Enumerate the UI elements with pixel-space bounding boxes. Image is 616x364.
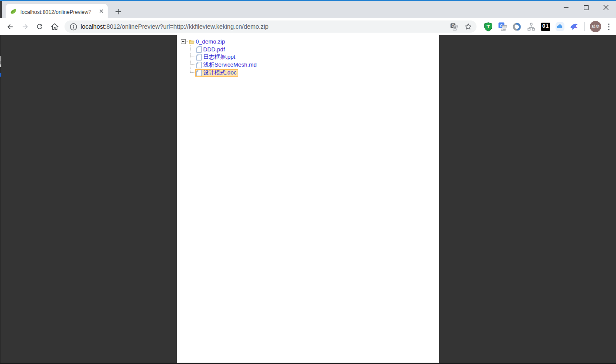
binary-badge-extension-icon[interactable]: 01 <box>541 22 550 31</box>
window-accent-border <box>0 0 616 1</box>
tree-file-row: DDD.pdf <box>190 45 258 53</box>
tab-close-icon[interactable] <box>97 7 105 15</box>
tree-node-label: 0_demo.zip <box>196 38 225 45</box>
bookmark-star-icon[interactable] <box>464 23 472 30</box>
zip-preview-panel: 0_demo.zip DDD.pdf <box>177 35 439 363</box>
cloud-extension-icon[interactable] <box>555 22 565 31</box>
window-edge-sliver <box>0 0 2 18</box>
tree-node-label: DDD.pdf <box>203 46 225 53</box>
browser-window: localhost:8012/onlinePreview? <box>0 0 616 364</box>
new-tab-button[interactable] <box>112 6 124 17</box>
file-icon <box>196 54 202 61</box>
proxy-circle-extension-icon[interactable] <box>512 22 521 31</box>
tab-localhost[interactable]: localhost:8012/onlinePreview? <box>6 4 108 18</box>
translate-extension-icon[interactable]: G <box>498 22 507 31</box>
background-artifact <box>0 61 1 64</box>
url-path: :8012/onlinePreview?url=http://kkfilevie… <box>105 23 268 30</box>
tree-node-file[interactable]: 日志框架.ppt <box>195 54 237 61</box>
svg-text:T: T <box>487 24 490 29</box>
tab-title: localhost:8012/onlinePreview? <box>20 8 96 15</box>
forward-button[interactable] <box>18 20 31 33</box>
browser-toolbar: localhost:8012/onlinePreview?url=http://… <box>0 18 616 35</box>
shield-extension-icon[interactable]: T <box>483 22 493 31</box>
tree-node-root[interactable]: 0_demo.zip <box>188 38 226 45</box>
bird-extension-icon[interactable] <box>570 22 579 31</box>
tab-strip: localhost:8012/onlinePreview? <box>0 0 616 18</box>
minimize-button[interactable] <box>556 0 576 15</box>
tree-node-file-selected[interactable]: 设计模式.doc <box>195 69 238 77</box>
chrome-menu-icon[interactable] <box>605 21 613 32</box>
tree-file-row: 浅析ServiceMesh.md <box>190 61 258 69</box>
folder-open-icon <box>189 38 194 45</box>
page-content: 0_demo.zip DDD.pdf <box>0 35 616 364</box>
tree-file-row: 设计模式.doc <box>190 69 258 77</box>
background-artifact <box>0 56 1 61</box>
collapse-expander-icon[interactable] <box>181 39 186 44</box>
page-info-icon[interactable] <box>70 23 77 30</box>
url-host: localhost <box>81 23 105 30</box>
window-edge-sliver <box>0 35 1 364</box>
extensions-area: T G <box>481 21 613 32</box>
background-artifact <box>0 64 1 67</box>
back-button[interactable] <box>3 20 17 33</box>
tree-file-row: 日志框架.ppt <box>190 53 258 61</box>
background-artifact <box>0 73 1 77</box>
maximize-button[interactable] <box>576 0 596 15</box>
file-icon <box>196 62 202 68</box>
home-button[interactable] <box>48 20 61 33</box>
tab-title-fade <box>87 8 96 15</box>
tree-root-row: 0_demo.zip <box>181 37 258 45</box>
tree-connector <box>190 53 195 61</box>
profile-avatar[interactable]: 精华 <box>590 21 601 32</box>
url-text: localhost:8012/onlinePreview?url=http://… <box>81 23 444 30</box>
window-controls <box>556 0 616 15</box>
address-bar[interactable]: localhost:8012/onlinePreview?url=http://… <box>65 20 476 33</box>
translate-page-icon[interactable]: G <box>450 23 458 30</box>
file-tree: 0_demo.zip DDD.pdf <box>181 37 258 77</box>
tree-connector <box>190 45 195 53</box>
close-button[interactable] <box>596 0 616 15</box>
sitemap-extension-icon[interactable] <box>527 22 536 31</box>
file-icon <box>196 70 202 76</box>
toolbar-separator <box>584 22 585 31</box>
tree-node-file[interactable]: 浅析ServiceMesh.md <box>195 61 258 69</box>
tree-node-label: 日志框架.ppt <box>203 53 235 61</box>
reload-button[interactable] <box>33 20 46 33</box>
file-icon <box>196 46 202 53</box>
tree-node-label: 浅析ServiceMesh.md <box>203 61 257 69</box>
tree-node-label: 设计模式.doc <box>203 69 237 77</box>
tree-connector <box>190 61 195 69</box>
spring-leaf-favicon <box>10 8 17 15</box>
tree-node-file[interactable]: DDD.pdf <box>195 46 226 53</box>
tree-connector <box>190 69 195 77</box>
